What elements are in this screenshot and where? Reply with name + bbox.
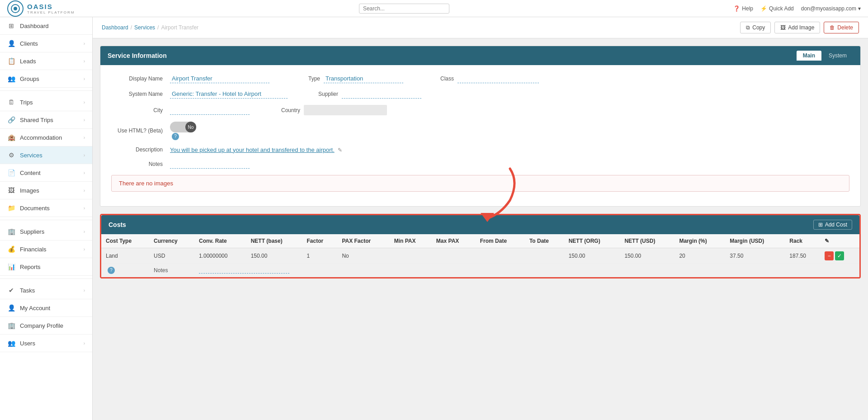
layout: ⊞Dashboard 👤Clients › 📋Leads › 👥Groups ›…: [0, 17, 868, 420]
sidebar-item-dashboard[interactable]: ⊞Dashboard: [0, 17, 92, 35]
sidebar-item-my-account[interactable]: 👤My Account: [0, 299, 92, 317]
display-name-fields: Type Class: [170, 74, 849, 83]
costs-header: Costs ⊞ Add Cost: [101, 215, 859, 234]
cell-conv-rate: 1.00000000: [194, 248, 246, 264]
help-tooltip-icon[interactable]: ?: [172, 133, 179, 140]
notes-row: Notes: [111, 160, 849, 169]
breadcrumb-services[interactable]: Services: [134, 24, 155, 31]
sidebar-item-leads[interactable]: 📋Leads ›: [0, 52, 92, 70]
page-actions: ⧉ Copy 🖼 Add Image 🗑 Delete: [740, 22, 859, 33]
col-nett-org: NETT (ORG): [564, 234, 620, 248]
cell-currency: USD: [149, 248, 194, 264]
description-edit-icon[interactable]: ✎: [338, 147, 342, 153]
topbar-center: [359, 4, 449, 14]
save-cost-button[interactable]: ✓: [835, 251, 844, 260]
city-row: City Country: [111, 105, 849, 115]
sidebar-item-users[interactable]: 👥Users ›: [0, 335, 92, 352]
sidebar-item-trips[interactable]: 🗓Trips ›: [0, 94, 92, 111]
class-group: Class: [418, 74, 539, 83]
tab-system[interactable]: System: [822, 51, 853, 61]
display-name-label: Display Name: [111, 76, 170, 82]
no-images-text: There are no images: [119, 180, 173, 187]
topbar: OASIS TRAVEL PLATFORM ❓ Help ⚡ Quick Add…: [0, 0, 868, 17]
quick-add-link[interactable]: ⚡ Quick Add: [760, 5, 794, 12]
service-info-section: Service Information Main System Display …: [100, 46, 861, 207]
costs-title: Costs: [108, 221, 126, 228]
system-name-input[interactable]: [170, 90, 288, 99]
display-name-input[interactable]: [170, 74, 269, 83]
copy-button[interactable]: ⧉ Copy: [740, 22, 771, 33]
sidebar-item-content[interactable]: 📄Content ›: [0, 164, 92, 182]
user-menu[interactable]: don@myoasisapp.com ▾: [801, 5, 861, 12]
delete-button[interactable]: 🗑 Delete: [824, 22, 859, 33]
chevron-icon: ›: [84, 341, 85, 346]
supplier-input[interactable]: [342, 90, 421, 99]
sidebar-item-financials[interactable]: 💰Financials ›: [0, 241, 92, 258]
sidebar-item-documents[interactable]: 📁Documents ›: [0, 199, 92, 217]
row-actions: − ✓: [825, 251, 855, 260]
class-input[interactable]: [458, 74, 539, 83]
add-cost-button[interactable]: ⊞ Add Cost: [813, 220, 852, 230]
accommodation-icon: 🏨: [7, 134, 15, 141]
tasks-icon: ✔: [7, 287, 15, 294]
toggle-knob: No: [185, 122, 196, 132]
notes-label-cell: Notes: [149, 264, 194, 277]
tab-main[interactable]: Main: [797, 51, 821, 61]
sidebar-item-services[interactable]: ⚙Services ›: [0, 146, 92, 164]
sidebar-item-tasks[interactable]: ✔Tasks ›: [0, 282, 92, 299]
chevron-icon: ›: [84, 135, 85, 140]
costs-header-row: Cost Type Currency Conv. Rate NETT (base…: [101, 234, 859, 248]
breadcrumb-dashboard[interactable]: Dashboard: [102, 24, 128, 31]
country-label: Country: [264, 107, 300, 113]
cost-notes-input[interactable]: [199, 267, 289, 274]
sidebar-item-reports[interactable]: 📊Reports: [0, 258, 92, 276]
notes-help-icon[interactable]: ?: [108, 267, 115, 274]
help-link[interactable]: ❓ Help: [733, 5, 753, 12]
images-icon: 🖼: [7, 187, 15, 194]
country-input[interactable]: [304, 105, 387, 115]
sidebar-item-accommodation[interactable]: 🏨Accommodation ›: [0, 129, 92, 146]
notes-input[interactable]: [170, 160, 250, 169]
city-fields: Country: [170, 105, 849, 115]
system-name-fields: Supplier: [170, 90, 849, 99]
city-label: City: [111, 107, 170, 113]
cell-nett-usd: 150.00: [620, 248, 675, 264]
supplier-group: Supplier: [302, 90, 421, 99]
delete-cost-button[interactable]: −: [825, 251, 834, 260]
col-nett-base: NETT (base): [246, 234, 302, 248]
sidebar-item-clients[interactable]: 👤Clients ›: [0, 35, 92, 52]
costs-table: Cost Type Currency Conv. Rate NETT (base…: [101, 234, 859, 277]
shared-trips-icon: 🔗: [7, 116, 15, 123]
sidebar-item-groups[interactable]: 👥Groups ›: [0, 70, 92, 88]
city-input[interactable]: [170, 106, 250, 115]
sidebar-item-company-profile[interactable]: 🏢Company Profile: [0, 317, 92, 335]
sidebar-item-suppliers[interactable]: 🏢Suppliers ›: [0, 223, 92, 241]
notes-field: [170, 160, 849, 169]
chevron-icon: ›: [84, 170, 85, 175]
cell-factor: 1: [302, 248, 337, 264]
search-input[interactable]: [359, 4, 449, 14]
notes-input-cell: [194, 264, 859, 277]
topbar-right: ❓ Help ⚡ Quick Add don@myoasisapp.com ▾: [733, 5, 861, 12]
image-icon: 🖼: [780, 24, 786, 31]
chevron-icon: ›: [84, 206, 85, 211]
col-factor: Factor: [302, 234, 337, 248]
logo-text-block: OASIS TRAVEL PLATFORM: [27, 3, 75, 14]
add-image-button[interactable]: 🖼 Add Image: [774, 22, 820, 33]
breadcrumb-current: Airport Transfer: [161, 24, 198, 31]
col-margin-pct: Margin (%): [675, 234, 725, 248]
description-label: Description: [111, 146, 170, 153]
cell-cost-type: Land: [101, 248, 149, 264]
sidebar-item-shared-trips[interactable]: 🔗Shared Trips ›: [0, 111, 92, 129]
type-input[interactable]: [324, 74, 403, 83]
sidebar-item-images[interactable]: 🖼Images ›: [0, 182, 92, 199]
logo-icon: [7, 0, 24, 17]
chevron-icon: ›: [84, 59, 85, 64]
documents-icon: 📁: [7, 204, 15, 212]
no-images-alert: There are no images: [111, 175, 849, 192]
chevron-icon: ›: [84, 76, 85, 81]
use-html-toggle[interactable]: No: [170, 122, 196, 132]
company-profile-icon: 🏢: [7, 322, 15, 329]
cell-rack: 187.50: [785, 248, 820, 264]
cell-margin-pct: 20: [675, 248, 725, 264]
